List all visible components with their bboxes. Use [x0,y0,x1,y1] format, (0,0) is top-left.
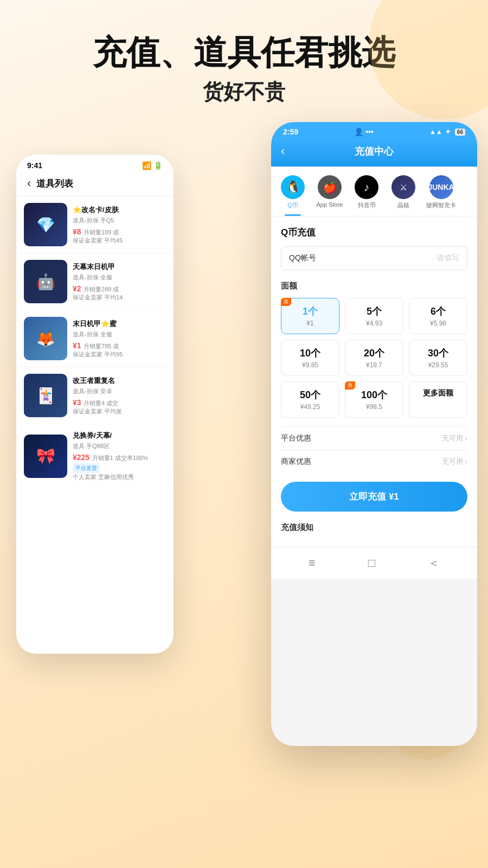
denom-item-1[interactable]: 惠 1个 ¥1 [281,298,339,334]
account-placeholder: 请填写 [436,253,459,263]
item-name-1: ⭐改名卡/皮肤 [73,205,166,215]
phones-area: 9:41 📶 🔋 ‹ 道具列表 💎 ⭐改名卡/皮肤 道具-担保 手Q5 ¥8 月… [0,122,488,773]
right-phone-header: ‹ 充值中心 [271,139,477,167]
left-phone: 9:41 📶 🔋 ‹ 道具列表 💎 ⭐改名卡/皮肤 道具-担保 手Q5 ¥8 月… [16,155,174,654]
tab-junka[interactable]: JUNKA 驶网智充卡 [424,175,458,216]
denom-price-3: ¥5.98 [414,320,463,327]
denom-price-8: ¥98.5 [350,403,399,411]
item-info-4: 改王者重复名 道具-担保 安卓 ¥3 月销量4 成交 保证金卖家 平均发 [73,376,166,416]
denom-title: 面额 [281,281,467,291]
right-phone-content: 🐧 Q币 🍎 App Store ♪ 抖音币 ⚔ 晶核 JUNKA 驶网 [271,167,477,579]
list-item[interactable]: 🦊 末日机甲⭐蜜 道具-担保 全服 ¥1 月销量785 成 保证金卖家 平均95 [16,310,174,367]
tab-label-tiktok: 抖音币 [358,201,376,209]
item-info-2: 天幕末日机甲 道具-担保 全服 ¥2 月销量289 成 保证金卖家 平均14 [73,262,166,302]
list-item[interactable]: 🃏 改王者重复名 道具-担保 安卓 ¥3 月销量4 成交 保证金卖家 平均发 [16,367,174,424]
item-price-4: ¥3 [73,398,81,407]
item-name-4: 改王者重复名 [73,376,166,386]
item-list: 💎 ⭐改名卡/皮肤 道具-担保 手Q5 ¥8 月销量109 成 保证金卖家 平均… [16,196,174,488]
tab-crystal[interactable]: ⚔ 晶核 [387,175,420,216]
account-label: QQ帐号 [289,253,436,263]
tab-icon-crystal: ⚔ [391,175,415,199]
notes-title: 充值须知 [281,522,467,533]
tab-icon-tiktok: ♪ [355,175,378,199]
nav-menu-icon[interactable]: ≡ [309,556,316,570]
denom-badge-8: 惠 [345,381,355,390]
item-guarantee-5: 个人卖家 芝麻信用优秀 [73,473,166,481]
denom-count-8: 100个 [350,388,399,401]
item-sales-2: 月销量289 成 [84,286,119,292]
tab-icon-apple: 🍎 [318,175,342,199]
right-status-avatar: 👤 ••• [354,127,374,136]
nav-home-icon[interactable]: □ [368,556,375,570]
item-name-2: 天幕末日机甲 [73,262,166,272]
denom-count-3: 6个 [414,305,463,318]
denom-item-3[interactable]: 6个 ¥5.98 [409,298,467,334]
left-back-arrow[interactable]: ‹ [27,176,31,190]
right-status-time: 2:59 [283,127,298,136]
right-phone: 2:59 👤 ••• ▲▲ ✦ 66 ‹ 充值中心 🐧 Q币 🍎 [271,122,477,746]
nav-back-icon[interactable]: ＜ [428,555,440,571]
promo-platform-value: 无可用 › [442,433,467,443]
tab-qq[interactable]: 🐧 Q币 [277,175,309,216]
denom-badge-1: 惠 [281,298,291,306]
item-guarantee-4: 保证金卖家 平均发 [73,407,166,416]
tab-icon-junka: JUNKA [429,175,453,199]
denom-item-7[interactable]: 50个 ¥49.25 [281,381,339,418]
denom-item-2[interactable]: 5个 ¥4.93 [345,298,403,334]
item-desc-3: 道具-担保 全服 [73,330,166,339]
charge-button[interactable]: 立即充值 ¥1 [281,482,467,512]
denom-item-4[interactable]: 10个 ¥9.85 [281,340,339,376]
list-item[interactable]: 🎀 兑换券/天幕/ 道具 手Q88区 ¥225 月销量1 成交率100% 平台发… [16,424,174,488]
right-page-title: 充值中心 [355,145,394,158]
denom-price-5: ¥19.7 [350,361,399,369]
platform-badge: 平台发货 [73,463,100,473]
item-name-5: 兑换券/天幕/ [73,431,166,441]
promo-merchant-value: 无可用 › [442,457,467,467]
item-image-3: 🦊 [24,317,67,360]
left-phone-header: ‹ 道具列表 [16,173,174,196]
right-back-arrow[interactable]: ‹ [281,144,285,158]
list-item[interactable]: 💎 ⭐改名卡/皮肤 道具-担保 手Q5 ¥8 月销量109 成 保证金卖家 平均… [16,196,174,253]
item-price-2: ¥2 [73,284,81,293]
denom-price-2: ¥4.93 [350,320,399,327]
tab-apple[interactable]: 🍎 App Store [313,175,346,216]
item-price-5: ¥225 [73,453,89,462]
tab-label-crystal: 晶核 [397,201,409,209]
right-phone-status: 2:59 👤 ••• ▲▲ ✦ 66 [271,122,477,139]
denom-item-more[interactable]: 更多面额 [409,381,467,418]
item-image-5: 🎀 [24,435,67,478]
promo-platform[interactable]: 平台优惠 无可用 › [281,426,467,450]
tab-label-qq: Q币 [287,201,298,209]
denom-item-5[interactable]: 20个 ¥19.7 [345,340,403,376]
denom-count-7: 50个 [286,388,335,401]
item-info-5: 兑换券/天幕/ 道具 手Q88区 ¥225 月销量1 成交率100% 平台发货 … [73,431,166,481]
promo-merchant-label: 商家优惠 [281,457,311,467]
item-sales-1: 月销量109 成 [84,229,119,235]
item-desc-4: 道具-担保 安卓 [73,387,166,395]
tab-label-junka: 驶网智充卡 [426,201,456,209]
denom-count-1: 1个 [286,305,335,318]
promo-merchant[interactable]: 商家优惠 无可用 › [281,450,467,473]
left-page-title: 道具列表 [36,177,73,190]
tab-tiktok[interactable]: ♪ 抖音币 [350,175,383,216]
denom-item-8[interactable]: 惠 100个 ¥98.5 [345,381,403,418]
account-input-row[interactable]: QQ帐号 请填写 [281,246,467,270]
left-status-icons: 📶 🔋 [142,161,163,170]
denom-count-2: 5个 [350,305,399,318]
tab-icon-qq: 🐧 [281,175,305,199]
item-image-1: 💎 [24,203,67,246]
item-info-1: ⭐改名卡/皮肤 道具-担保 手Q5 ¥8 月销量109 成 保证金卖家 平均45 [73,205,166,245]
denom-price-4: ¥9.85 [286,361,335,369]
item-desc-1: 道具-担保 手Q5 [73,216,166,225]
item-sales-5: 月销量1 成交率100% [92,455,148,461]
left-status-time: 9:41 [27,161,42,170]
denom-item-6[interactable]: 30个 ¥29.55 [409,340,467,376]
list-item[interactable]: 🤖 天幕末日机甲 道具-担保 全服 ¥2 月销量289 成 保证金卖家 平均14 [16,253,174,310]
promo-platform-label: 平台优惠 [281,433,311,443]
item-guarantee-1: 保证金卖家 平均45 [73,237,166,245]
denom-price-6: ¥29.55 [414,361,463,369]
item-price-1: ¥8 [73,227,81,236]
left-phone-status: 9:41 📶 🔋 [16,155,174,173]
item-desc-2: 道具-担保 全服 [73,273,166,282]
item-info-3: 末日机甲⭐蜜 道具-担保 全服 ¥1 月销量785 成 保证金卖家 平均95 [73,319,166,359]
